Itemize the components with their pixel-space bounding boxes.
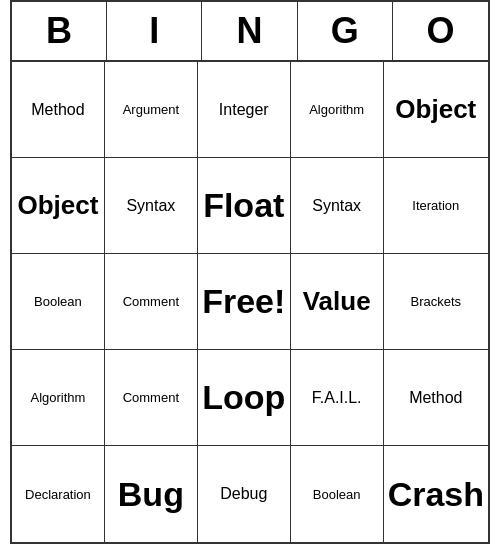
- bingo-cell: Object: [384, 62, 488, 158]
- bingo-cell: Brackets: [384, 254, 488, 350]
- header-letter: I: [107, 2, 202, 60]
- bingo-cell: F.A.I.L.: [291, 350, 384, 446]
- bingo-cell: Iteration: [384, 158, 488, 254]
- bingo-cell: Free!: [198, 254, 291, 350]
- bingo-cell: Algorithm: [291, 62, 384, 158]
- bingo-cell: Argument: [105, 62, 198, 158]
- bingo-cell: Method: [12, 62, 105, 158]
- header-letter: N: [202, 2, 297, 60]
- bingo-cell: Crash: [384, 446, 488, 542]
- header-letter: B: [12, 2, 107, 60]
- bingo-cell: Value: [291, 254, 384, 350]
- bingo-cell: Comment: [105, 254, 198, 350]
- bingo-cell: Syntax: [291, 158, 384, 254]
- bingo-cell: Boolean: [291, 446, 384, 542]
- bingo-cell: Object: [12, 158, 105, 254]
- bingo-cell: Declaration: [12, 446, 105, 542]
- bingo-cell: Method: [384, 350, 488, 446]
- bingo-cell: Syntax: [105, 158, 198, 254]
- bingo-cell: Bug: [105, 446, 198, 542]
- bingo-cell: Loop: [198, 350, 291, 446]
- bingo-grid: MethodArgumentIntegerAlgorithmObjectObje…: [12, 62, 488, 542]
- bingo-cell: Algorithm: [12, 350, 105, 446]
- bingo-cell: Comment: [105, 350, 198, 446]
- bingo-cell: Integer: [198, 62, 291, 158]
- bingo-cell: Debug: [198, 446, 291, 542]
- header-letter: O: [393, 2, 488, 60]
- bingo-card: BINGO MethodArgumentIntegerAlgorithmObje…: [10, 0, 490, 544]
- header-letter: G: [298, 2, 393, 60]
- bingo-cell: Float: [198, 158, 291, 254]
- bingo-cell: Boolean: [12, 254, 105, 350]
- bingo-header: BINGO: [12, 2, 488, 62]
